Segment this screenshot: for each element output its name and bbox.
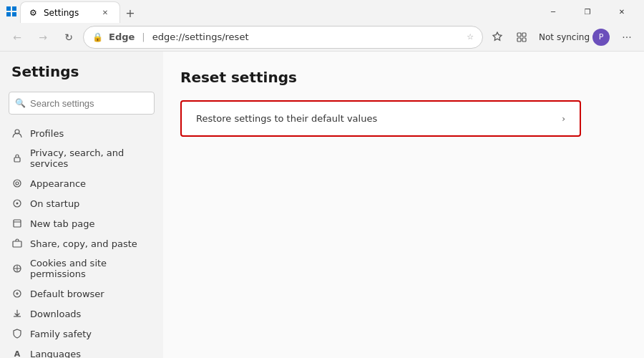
sidebar-item-defaultbrowser[interactable]: Default browser [0,284,163,304]
page-title: Reset settings [180,69,627,86]
chevron-right-icon: › [562,114,565,124]
languages-label: Languages [30,349,81,359]
taskbar-icon [6,6,17,17]
sidebar: Settings 🔍 Profiles Privacy, search, and… [0,52,163,358]
sidebar-item-downloads[interactable]: Downloads [0,304,163,324]
content-area: Reset settings Restore settings to their… [163,52,644,358]
search-icon: 🔍 [15,98,26,108]
refresh-button[interactable]: ↻ [57,26,80,49]
svg-rect-6 [517,38,521,42]
svg-rect-3 [12,12,16,16]
sidebar-item-share[interactable]: Share, copy, and paste [0,233,163,253]
privacy-icon [11,153,23,164]
forward-button[interactable]: → [31,26,54,49]
share-label: Share, copy, and paste [30,238,137,249]
restore-defaults-button[interactable]: Restore settings to their default values… [180,100,581,137]
share-icon [11,238,23,249]
tab-close-button[interactable]: ✕ [99,7,111,19]
startup-icon [11,198,23,209]
settings-tab[interactable]: ⚙ Settings ✕ [20,1,120,23]
address-bar[interactable]: 🔒 Edge | edge://settings/reset ☆ [83,26,483,49]
sidebar-item-privacy[interactable]: Privacy, search, and services [0,143,163,173]
profile-area[interactable]: Not syncing P [535,26,614,49]
window-controls: ─ ❐ ✕ [537,0,638,23]
svg-point-10 [14,180,21,187]
downloads-label: Downloads [30,309,81,319]
url-text: edge://settings/reset [152,32,458,42]
title-bar-left [6,6,17,17]
sidebar-item-languages[interactable]: A Languages [0,344,163,358]
collections-icon[interactable] [510,26,533,49]
more-menu-button[interactable]: ··· [615,26,638,49]
tab-area: ⚙ Settings ✕ + [20,0,534,23]
svg-rect-9 [14,158,20,162]
search-box[interactable]: 🔍 [9,92,155,115]
profiles-icon [11,127,23,139]
svg-rect-5 [522,33,526,37]
newtab-label: New tab page [30,218,94,229]
star-icon: ☆ [467,32,474,42]
downloads-icon [11,308,23,319]
appearance-label: Appearance [30,178,86,189]
sidebar-item-familysafety[interactable]: Family safety [0,324,163,344]
svg-rect-15 [13,241,21,247]
appearance-icon [11,178,23,189]
tab-title: Settings [44,8,79,18]
svg-rect-0 [6,6,11,11]
svg-rect-2 [6,12,11,16]
restore-defaults-label: Restore settings to their default values [196,113,377,124]
back-button[interactable]: ← [6,26,29,49]
svg-point-13 [16,203,19,205]
search-input[interactable] [30,98,150,109]
languages-icon: A [11,348,23,358]
nav-actions: Not syncing P ··· [486,26,638,49]
cookies-icon [11,263,23,274]
startup-label: On startup [30,198,79,209]
new-tab-button[interactable]: + [120,3,140,23]
svg-rect-1 [12,6,16,11]
svg-rect-7 [522,38,526,42]
defaultbrowser-label: Default browser [30,289,104,299]
newtab-icon [11,218,23,229]
tab-favicon: ⚙ [29,8,39,18]
profile-avatar[interactable]: P [592,29,610,46]
browser-name: Edge [109,32,135,42]
lock-icon: 🔒 [92,32,103,42]
favorites-icon[interactable] [486,26,509,49]
svg-point-11 [16,182,19,185]
svg-rect-14 [14,220,21,227]
familysafety-label: Family safety [30,329,92,339]
main-layout: Settings 🔍 Profiles Privacy, search, and… [0,52,644,358]
not-syncing-label: Not syncing [539,32,590,42]
sidebar-item-startup[interactable]: On startup [0,193,163,213]
svg-rect-4 [517,33,521,37]
cookies-label: Cookies and site permissions [30,258,152,279]
minimize-button[interactable]: ─ [537,0,570,23]
defaultbrowser-icon [11,288,23,299]
privacy-label: Privacy, search, and services [30,147,152,169]
sidebar-item-newtab[interactable]: New tab page [0,213,163,233]
ellipsis-icon: ··· [622,32,631,43]
sidebar-title: Settings [0,63,163,92]
sidebar-item-cookies[interactable]: Cookies and site permissions [0,253,163,284]
title-bar: ⚙ Settings ✕ + ─ ❐ ✕ [0,0,644,23]
familysafety-icon [11,328,23,339]
close-button[interactable]: ✕ [605,0,638,23]
profiles-label: Profiles [30,128,64,139]
separator: | [142,32,145,42]
sidebar-item-profiles[interactable]: Profiles [0,123,163,143]
nav-bar: ← → ↻ 🔒 Edge | edge://settings/reset ☆ N… [0,23,644,52]
maximize-button[interactable]: ❐ [571,0,604,23]
sidebar-item-appearance[interactable]: Appearance [0,173,163,193]
